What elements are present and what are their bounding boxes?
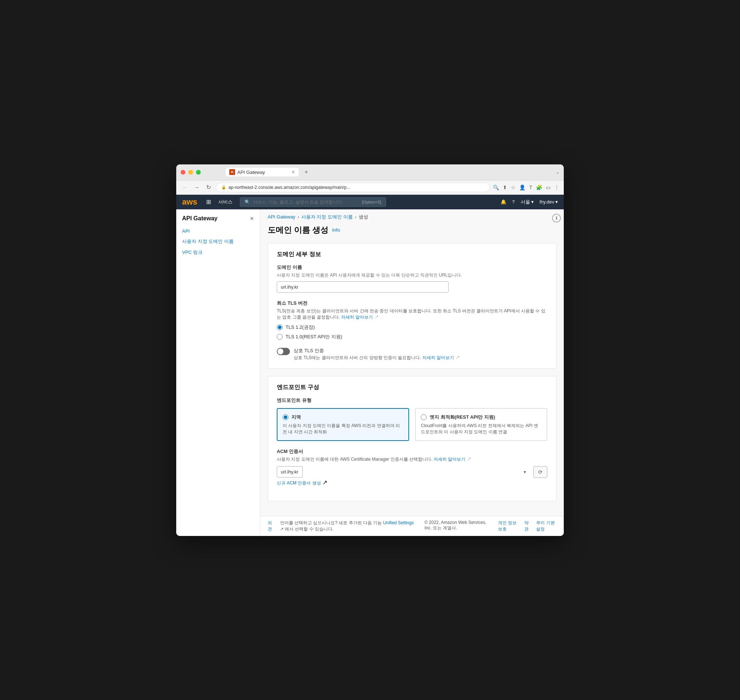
endpoint-edge-card[interactable]: 엣지 최적화(REST API만 지원) CloudFront를 사용하여 AW…	[415, 408, 547, 441]
endpoint-regional-desc: 이 사용자 지정 도메인 이름을 특정 AWS 리전과 연결하여 리전 내 지연…	[283, 423, 403, 435]
aws-search-icon: 🔍	[245, 200, 250, 204]
search-icon[interactable]: 🔍	[493, 184, 499, 190]
domain-name-field-group: 도메인 이름 사용자 지정 도메인 이름은 API 사용자에게 제공할 수 있는…	[277, 264, 547, 293]
tls-label: 최소 TLS 버전	[277, 300, 547, 306]
more-icon[interactable]: ⋮	[554, 184, 559, 190]
reload-button[interactable]: ↻	[204, 184, 213, 191]
breadcrumb: API Gateway › 사용자 지정 도메인 이름 › 생성	[260, 209, 564, 225]
aws-user-label: lhy.dev	[540, 199, 554, 204]
endpoint-edge-header: 엣지 최적화(REST API만 지원)	[421, 414, 541, 421]
acm-select[interactable]: url.lhy.kr	[277, 466, 303, 478]
aws-bell-icon[interactable]: 🔔	[501, 199, 506, 204]
tab-chevron-icon[interactable]: ⌄	[556, 169, 559, 175]
breadcrumb-current: 생성	[359, 214, 368, 220]
mutual-tls-external-icon: ↗	[455, 355, 460, 360]
footer-cookie-link[interactable]: 쿠키 기본 설정	[536, 520, 556, 532]
sidebar-item-api[interactable]: API	[176, 226, 260, 236]
translate-icon[interactable]: T	[529, 184, 532, 190]
maximize-button[interactable]	[196, 170, 201, 175]
acm-label: ACM 인증서	[277, 448, 547, 455]
endpoint-regional-header: 지역	[283, 414, 403, 421]
aws-search-bar[interactable]: 🔍 [Option+S]	[240, 197, 386, 207]
sidebar: API Gateway ✕ API 사용자 지정 도메인 이름 VPC 링크	[176, 209, 260, 536]
aws-region-selector[interactable]: 서울 ▾	[520, 199, 534, 205]
back-button[interactable]: ←	[181, 184, 189, 191]
acm-refresh-button[interactable]: ⟳	[534, 466, 547, 478]
sidebar-item-custom-domain[interactable]: 사용자 지정 도메인 이름	[176, 236, 260, 247]
url-bar[interactable]: 🔒 ap-northeast-2.console.aws.amazon.com/…	[216, 183, 490, 192]
sidebar-header: API Gateway ✕	[176, 215, 260, 226]
main-layout: API Gateway ✕ API 사용자 지정 도메인 이름 VPC 링크 ℹ…	[176, 209, 564, 536]
domain-section-title: 도메인 세부 정보	[277, 251, 547, 258]
mutual-tls-row: 상호 TLS 인증 상호 TLS에는 클라이언트와 서버 간의 양방향 인증이 …	[277, 347, 547, 361]
content-area: ℹ API Gateway › 사용자 지정 도메인 이름 › 생성 도메인 이…	[260, 209, 564, 536]
sidebar-item-vpc-link[interactable]: VPC 링크	[176, 247, 260, 258]
footer-terms-link[interactable]: 약관	[524, 520, 531, 532]
footer-unified-settings-link[interactable]: Unified Settings	[383, 520, 414, 525]
page-content: 도메인 이름 생성 Info 도메인 세부 정보 도메인 이름 사용자 지정 도…	[260, 225, 564, 516]
endpoint-edge-radio[interactable]	[421, 414, 427, 420]
footer-feedback-link[interactable]: 의견	[268, 520, 274, 532]
aws-region-chevron-icon: ▾	[531, 199, 534, 204]
acm-field-group: ACM 인증서 사용자 지정 도메인 이름에 대한 AWS Certificat…	[277, 448, 547, 486]
tls-learn-more-link[interactable]: 자세히 알아보기	[341, 315, 373, 320]
sidebar-nav: API 사용자 지정 도메인 이름 VPC 링크	[176, 226, 260, 258]
close-button[interactable]	[181, 170, 185, 175]
endpoint-regional-radio[interactable]	[283, 414, 289, 420]
mutual-tls-label: 상호 TLS 인증	[293, 347, 460, 354]
breadcrumb-api-gateway[interactable]: API Gateway	[268, 214, 295, 219]
minimize-button[interactable]	[188, 170, 193, 175]
endpoint-regional-card[interactable]: 지역 이 사용자 지정 도메인 이름을 특정 AWS 리전과 연결하여 리전 내…	[277, 408, 409, 441]
domain-name-input[interactable]	[277, 281, 449, 293]
sidebar-toggle-icon[interactable]: ▭	[546, 184, 551, 190]
footer-language-notice: 언어를 선택하고 싶으시나요? 새로 추가된 다음 기능 Unified Set…	[280, 520, 419, 532]
mutual-tls-desc: 상호 TLS에는 클라이언트와 서버 간의 양방향 인증이 필요합니다. 자세히…	[293, 355, 460, 361]
tab-active[interactable]: H API Gateway ✕	[226, 168, 299, 176]
breadcrumb-custom-domain[interactable]: 사용자 지정 도메인 이름	[301, 214, 353, 220]
tls-1-0-label: TLS 1.0(REST API만 지원)	[286, 334, 342, 340]
url-text: ap-northeast-2.console.aws.amazon.com/ap…	[228, 185, 350, 190]
acm-select-wrapper: url.lhy.kr	[277, 466, 531, 478]
domain-name-desc: 사용자 지정 도메인 이름은 API 사용자에게 제공할 수 있는 더욱 단순하…	[277, 272, 547, 278]
tls-1-2-radio[interactable]	[277, 324, 283, 330]
profile-icon[interactable]: 👤	[519, 184, 525, 190]
mutual-tls-learn-more-link[interactable]: 자세히 알아보기	[422, 355, 454, 360]
new-tab-icon[interactable]: +	[305, 169, 308, 175]
info-side-icon[interactable]: ℹ	[552, 214, 561, 222]
sidebar-close-icon[interactable]: ✕	[250, 216, 254, 221]
endpoint-section-card: 엔드포인트 구성 엔드포인트 유형 지역 이 사용자 지정 도메인 이름을 특정…	[268, 376, 556, 501]
footer-copyright: © 2022, Amazon Web Services, Inc. 또는 계열사…	[425, 520, 492, 532]
tab-favicon: H	[229, 169, 235, 175]
acm-external-icon: ↗	[467, 457, 471, 462]
tls-field-group: 최소 TLS 버전 TLS(전송 계층 보안)는 클라이언트와 서버 간에 전송…	[277, 300, 547, 340]
bookmark-icon[interactable]: ☆	[511, 184, 516, 190]
mutual-tls-toggle[interactable]	[277, 348, 290, 355]
sidebar-title: API Gateway	[182, 215, 218, 222]
footer-language-external-icon: ↗	[280, 526, 284, 532]
forward-button[interactable]: →	[192, 184, 201, 191]
footer-privacy-link[interactable]: 개인 정보 보호	[498, 520, 519, 532]
acm-new-certificate-link[interactable]: 신규 ACM 인증서 생성	[277, 480, 321, 486]
info-badge-button[interactable]: Info	[332, 227, 340, 233]
tab-close-icon[interactable]: ✕	[291, 169, 295, 175]
footer-right: © 2022, Amazon Web Services, Inc. 또는 계열사…	[425, 520, 556, 532]
share-icon[interactable]: ⬆	[503, 184, 507, 190]
tls-1-0-option[interactable]: TLS 1.0(REST API만 지원)	[277, 334, 547, 340]
aws-search-input[interactable]	[253, 200, 360, 204]
aws-services-link[interactable]: 서비스	[218, 199, 233, 205]
endpoint-type-label: 엔드포인트 유형	[277, 397, 547, 404]
aws-user-menu[interactable]: lhy.dev ▾	[540, 199, 558, 204]
tls-external-icon: ↗	[374, 315, 379, 320]
addressbar: ← → ↻ 🔒 ap-northeast-2.console.aws.amazo…	[176, 181, 564, 195]
tab-title: API Gateway	[237, 169, 265, 175]
acm-new-external-icon: ↗	[323, 479, 327, 485]
extensions-icon[interactable]: 🧩	[536, 184, 542, 190]
aws-search-shortcut: [Option+S]	[362, 200, 381, 204]
endpoint-edge-desc: CloudFront를 사용하여 AWS 리전 전체에서 복제되는 API 엔드…	[421, 423, 541, 435]
acm-learn-more-link[interactable]: 자세히 알아보기	[433, 457, 466, 462]
aws-grid-icon[interactable]: ⊞	[206, 199, 211, 205]
acm-desc: 사용자 지정 도메인 이름에 대한 AWS Certificate Manage…	[277, 456, 547, 463]
aws-help-icon[interactable]: ?	[512, 199, 515, 204]
tls-1-0-radio[interactable]	[277, 334, 283, 340]
tls-1-2-option[interactable]: TLS 1.2(권장)	[277, 324, 547, 331]
